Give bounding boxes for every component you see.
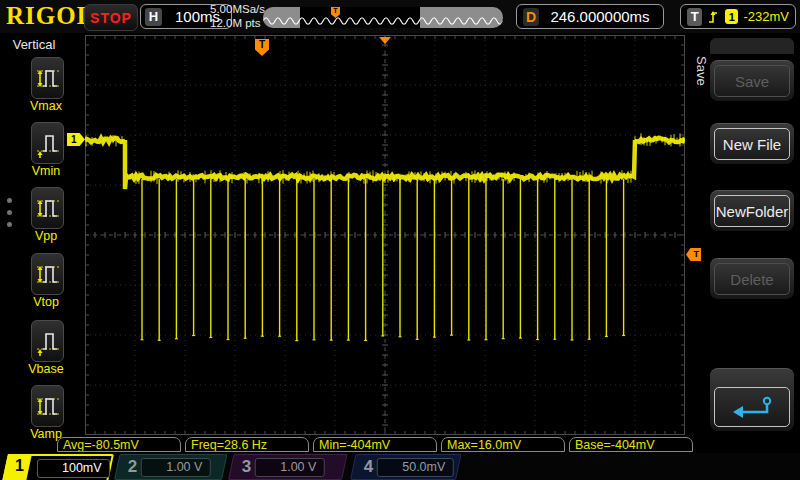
channel-2-scale-box: 1.00 V <box>141 458 210 477</box>
softkey-new-folder[interactable]: NewFolder <box>710 190 794 231</box>
memory-depth: 12.0M pts <box>210 17 265 31</box>
softkey-new-folder-label: NewFolder <box>714 195 790 227</box>
rising-edge-icon <box>707 9 720 25</box>
top-status-bar: RIGOL STOP H 100ms 5.00MSa/s 12.0M pts T… <box>0 0 800 33</box>
channel-4-number: 4 <box>364 457 373 477</box>
page-dot <box>7 210 12 215</box>
channel-4-cell[interactable]: 4 50.0mV <box>350 454 462 480</box>
channel-1-scale-box: 100mV <box>37 459 110 478</box>
overview-sine-icon <box>263 7 503 28</box>
sidebar-item-vtop-label: Vtop <box>14 295 78 309</box>
softkey-back[interactable] <box>710 368 794 431</box>
channel-4-scale-box: 50.0mV <box>377 458 453 477</box>
sidebar-item-vpp[interactable] <box>31 187 64 229</box>
waveform-overview-bar: T <box>263 7 503 28</box>
channel-2-number: 2 <box>128 457 137 477</box>
channel-1-cell[interactable]: 1 100mV <box>2 454 114 480</box>
vpp-icon <box>35 192 61 224</box>
channel-status-bar: 1 100mV 2 1.00 V 3 <box>0 453 800 480</box>
trigger-box[interactable]: T 1 -232mV <box>680 4 796 29</box>
run-state-indicator: STOP <box>84 4 138 31</box>
trigger-source-badge: 1 <box>725 9 739 24</box>
sidebar-item-vmax[interactable] <box>31 57 64 99</box>
softkey-delete[interactable]: Delete <box>710 258 794 299</box>
trigger-level-value: -232mV <box>743 9 789 24</box>
delay-value: 246.000000ms <box>543 8 657 25</box>
channel-3-cell[interactable]: 3 1.00 V <box>228 454 348 480</box>
trigger-label: T <box>687 8 702 26</box>
vmax-icon <box>35 62 61 94</box>
vamp-icon <box>35 390 61 422</box>
channel-1-scale: 100mV <box>62 461 102 475</box>
measurement-avg: Avg=-80.5mV <box>57 437 181 452</box>
measurement-min: Min=-404mV <box>313 437 437 452</box>
sidebar-item-vpp-label: Vpp <box>14 229 78 243</box>
channel-2-cell[interactable]: 2 1.00 V <box>114 454 228 480</box>
channel-3-scale-box: 1.00 V <box>255 458 324 477</box>
sidebar-item-vmin[interactable] <box>31 122 64 164</box>
delay-box[interactable]: D 246.000000ms <box>516 4 664 29</box>
oscilloscope-screen: RIGOL STOP H 100ms 5.00MSa/s 12.0M pts T… <box>0 0 800 480</box>
softkey-new-file-label: New File <box>714 128 790 160</box>
measurement-max: Max=16.0mV <box>441 437 565 452</box>
vmin-icon <box>35 127 61 159</box>
delay-label: D <box>523 8 539 26</box>
measurement-freq: Freq=28.6 Hz <box>185 437 309 452</box>
softkey-save[interactable]: Save <box>710 60 794 101</box>
channel-2-scale: 1.00 V <box>166 460 202 474</box>
page-dot <box>7 198 12 203</box>
vtop-icon <box>35 258 61 290</box>
sidebar-item-vtop[interactable] <box>31 253 64 295</box>
measurement-base: Base=-404mV <box>569 437 693 452</box>
sidebar-item-vbase-label: Vbase <box>14 362 78 376</box>
menu-tab-label: Save <box>694 56 709 86</box>
timebase-label: H <box>145 8 162 26</box>
return-arrow-icon <box>729 394 775 420</box>
sidebar-item-vmax-label: Vmax <box>14 99 78 113</box>
measure-menu-title: Vertical <box>10 37 58 52</box>
sidebar-item-vmin-label: Vmin <box>14 164 78 178</box>
softkey-new-file[interactable]: New File <box>710 123 794 164</box>
channel-3-number: 3 <box>242 457 251 477</box>
sidebar-item-vbase[interactable] <box>31 320 64 362</box>
softkey-save-label: Save <box>714 65 790 97</box>
softkey-delete-label: Delete <box>714 263 790 295</box>
channel1-level-marker[interactable]: 1 <box>67 133 85 146</box>
channel-4-scale: 50.0mV <box>402 460 445 474</box>
channel-3-scale: 1.00 V <box>280 460 316 474</box>
sidebar-item-vamp[interactable] <box>31 385 64 427</box>
menu-header <box>710 38 794 54</box>
waveform-display <box>85 35 685 435</box>
sample-rate: 5.00MSa/s <box>210 3 265 17</box>
page-dot <box>7 222 12 227</box>
acquisition-info: 5.00MSa/s 12.0M pts <box>210 3 265 30</box>
horizontal-reference-icon <box>379 37 391 44</box>
vbase-icon <box>35 325 61 357</box>
trigger-level-marker[interactable]: T <box>686 248 701 261</box>
brand-logo: RIGOL <box>6 2 94 30</box>
